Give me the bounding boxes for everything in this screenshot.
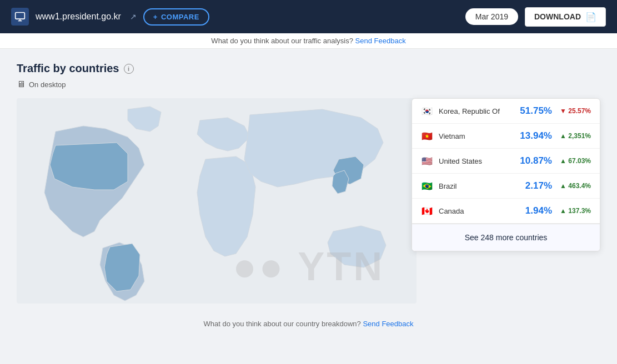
device-label-text: On desktop: [29, 80, 66, 89]
footer-question: What do you think about our country brea…: [0, 320, 617, 328]
download-label: DOWNLOAD: [534, 12, 581, 21]
country-name: United States: [439, 157, 508, 165]
country-name: Vietnam: [439, 132, 508, 140]
subheader-text: What do you think about our traffic anal…: [211, 37, 353, 45]
header-right: Mar 2019 DOWNLOAD 📄: [465, 7, 606, 27]
section-title-text: Traffic by countries: [17, 62, 119, 75]
country-row: 🇰🇷 Korea, Republic Of 51.75% 25.57%: [412, 99, 600, 124]
map-container: 🇰🇷 Korea, Republic Of 51.75% 25.57% 🇻🇳 V…: [17, 98, 600, 320]
country-flag: 🇧🇷: [421, 181, 433, 190]
country-flag: 🇰🇷: [421, 107, 433, 115]
country-row: 🇧🇷 Brazil 2.17% 463.4%: [412, 174, 600, 199]
compare-label: COMPARE: [161, 13, 199, 21]
country-row: 🇻🇳 Vietnam 13.94% 2,351%: [412, 124, 600, 149]
country-change: 2,351%: [558, 132, 591, 140]
top-header: www1.president.go.kr ↗ + COMPARE Mar 201…: [0, 0, 617, 33]
footer-text: What do you think about our country brea…: [204, 320, 361, 328]
country-flag: 🇻🇳: [421, 132, 433, 140]
site-url: www1.president.go.kr: [36, 12, 121, 22]
country-flag: 🇺🇸: [421, 156, 433, 165]
country-row: 🇺🇸 United States 10.87% 67.03%: [412, 149, 600, 174]
country-name: Canada: [439, 207, 508, 215]
country-name: Brazil: [439, 182, 508, 190]
plus-icon: +: [153, 13, 158, 21]
country-change: 463.4%: [558, 182, 591, 190]
country-percent: 10.87%: [513, 155, 552, 166]
header-left: www1.president.go.kr ↗ + COMPARE: [11, 8, 209, 26]
site-icon: [11, 8, 29, 26]
device-label: 🖥 On desktop: [17, 79, 600, 89]
desktop-icon: 🖥: [17, 79, 26, 89]
country-change: 25.57%: [558, 107, 591, 115]
footer-feedback-link[interactable]: Send Feedback: [363, 320, 413, 328]
download-button[interactable]: DOWNLOAD 📄: [525, 7, 606, 27]
section-title: Traffic by countries i: [17, 62, 600, 75]
subheader-feedback-link[interactable]: Send Feedback: [355, 37, 406, 45]
country-change: 137.3%: [558, 207, 591, 215]
date-badge[interactable]: Mar 2019: [465, 8, 518, 25]
see-more-button[interactable]: See 248 more countries: [412, 224, 600, 251]
country-percent: 13.94%: [513, 130, 552, 141]
country-percent: 2.17%: [513, 180, 552, 191]
world-map: [17, 98, 417, 304]
stats-panel: 🇰🇷 Korea, Republic Of 51.75% 25.57% 🇻🇳 V…: [412, 98, 600, 251]
pdf-icon: 📄: [585, 12, 596, 22]
main-content: Traffic by countries i 🖥 On desktop: [0, 49, 617, 333]
external-link-icon[interactable]: ↗: [130, 12, 137, 21]
svg-rect-0: [16, 13, 25, 19]
country-change: 67.03%: [558, 157, 591, 165]
country-percent: 1.94%: [513, 205, 552, 216]
country-row: 🇨🇦 Canada 1.94% 137.3%: [412, 199, 600, 224]
subheader: What do you think about our traffic anal…: [0, 33, 617, 49]
country-flag: 🇨🇦: [421, 206, 433, 215]
country-percent: 51.75%: [513, 105, 552, 117]
country-name: Korea, Republic Of: [439, 107, 508, 115]
compare-button[interactable]: + COMPARE: [143, 8, 209, 26]
info-icon[interactable]: i: [124, 64, 134, 74]
